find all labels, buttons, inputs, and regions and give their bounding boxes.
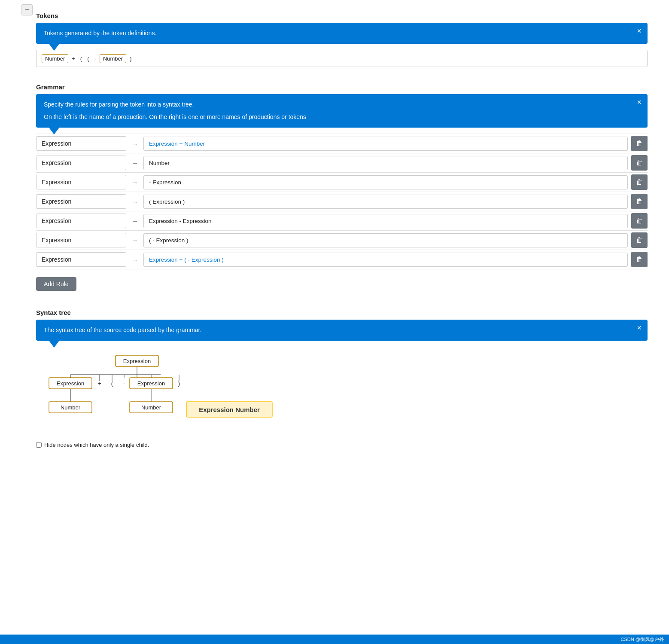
tokens-arrow-down	[49, 44, 59, 51]
rule-left-5[interactable]: Expression	[36, 233, 126, 247]
rule-arrow-1: →	[131, 159, 139, 167]
rule-right-2[interactable]: - Expression	[143, 175, 628, 189]
syntax-tree-arrow-down	[49, 341, 59, 348]
rule-right-0[interactable]: Expression + Number	[143, 137, 628, 151]
token-Number2: Number	[100, 54, 126, 63]
trash-icon-3: 🗑	[636, 198, 643, 205]
token-minus: -	[93, 55, 98, 63]
footer-text: CSDN @衡风@户外	[620, 636, 664, 643]
rule-left-1[interactable]: Expression	[36, 156, 126, 170]
rule-left-4[interactable]: Expression	[36, 214, 126, 228]
rule-right-6[interactable]: Expression + ( - Expression )	[143, 253, 628, 267]
trash-icon-6: 🗑	[636, 256, 643, 263]
tokens-info-text: Tokens generated by the token definition…	[44, 30, 156, 37]
rule-delete-btn-5[interactable]: 🗑	[631, 232, 648, 248]
token-plus: +	[70, 55, 77, 63]
syntax-tree-display: Expression Expression + ( - Expres	[36, 347, 648, 438]
rule-delete-btn-0[interactable]: 🗑	[631, 136, 648, 151]
trash-icon-4: 🗑	[636, 217, 643, 225]
svg-text:(: (	[111, 380, 113, 387]
grammar-rules-list: Expression → Expression + Number 🗑 Expre…	[36, 134, 648, 269]
rule-delete-btn-4[interactable]: 🗑	[631, 213, 648, 229]
trash-icon-2: 🗑	[636, 178, 643, 186]
rule-left-0[interactable]: Expression	[36, 136, 126, 151]
rule-left-3[interactable]: Expression	[36, 194, 126, 209]
footer-bar: CSDN @衡风@户外	[0, 635, 669, 644]
rule-arrow-4: →	[131, 217, 139, 225]
svg-text:Expression: Expression	[123, 358, 151, 364]
rule-right-3[interactable]: ( Expression )	[143, 195, 628, 209]
minus-icon: −	[25, 6, 29, 14]
table-row: Expression → ( Expression ) 🗑	[36, 192, 648, 211]
grammar-arrow-down	[49, 128, 59, 134]
svg-text:Expression Number: Expression Number	[199, 406, 260, 413]
rule-delete-btn-1[interactable]: 🗑	[631, 155, 648, 171]
svg-text:Number: Number	[61, 404, 81, 411]
grammar-info-close-btn[interactable]: ×	[637, 98, 642, 106]
grammar-info-banner: Specify the rules for parsing the token …	[36, 94, 648, 128]
svg-text:-: -	[123, 380, 125, 387]
syntax-tree-info-text: The syntax tree of the source code parse…	[44, 327, 201, 333]
syntax-tree-info-close-btn[interactable]: ×	[637, 324, 642, 332]
syntax-tree-section-title: Syntax tree	[36, 309, 648, 316]
table-row: Expression → Expression + Number 🗑	[36, 134, 648, 153]
table-row: Expression → - Expression 🗑	[36, 172, 648, 192]
table-row: Expression → Expression - Expression 🗑	[36, 211, 648, 230]
trash-icon-0: 🗑	[636, 140, 643, 147]
rule-arrow-6: →	[131, 256, 139, 263]
trash-icon-5: 🗑	[636, 236, 643, 244]
svg-text:Expression: Expression	[137, 380, 165, 387]
syntax-tree-info-banner: The syntax tree of the source code parse…	[36, 320, 648, 341]
svg-text:Number: Number	[141, 404, 161, 411]
grammar-info-line1: Specify the rules for parsing the token …	[44, 100, 630, 109]
rule-delete-btn-3[interactable]: 🗑	[631, 194, 648, 209]
svg-text:): )	[178, 380, 180, 387]
rule-right-4[interactable]: Expression - Expression	[143, 214, 628, 228]
add-rule-button[interactable]: Add Rule	[36, 277, 76, 291]
rule-arrow-3: →	[131, 198, 139, 205]
rule-left-6[interactable]: Expression	[36, 252, 126, 267]
hide-nodes-row: Hide nodes which have only a single chil…	[36, 442, 648, 448]
svg-text:+: +	[98, 380, 101, 387]
rule-right-1[interactable]: Number	[143, 156, 628, 170]
grammar-info-line2: On the left is the name of a production.…	[44, 113, 630, 122]
token-openparen1: (	[79, 55, 84, 63]
grammar-section-title: Grammar	[36, 83, 648, 91]
svg-text:Expression: Expression	[57, 380, 84, 387]
table-row: Expression → Number 🗑	[36, 153, 648, 172]
hide-nodes-checkbox[interactable]	[36, 442, 42, 448]
syntax-tree-svg: Expression Expression + ( - Expres	[36, 351, 294, 437]
tokens-info-banner: Tokens generated by the token definition…	[36, 23, 648, 44]
table-row: Expression → Expression + ( - Expression…	[36, 250, 648, 269]
rule-right-5[interactable]: ( - Expression )	[143, 233, 628, 247]
tokens-display: Number + ( ( - Number )	[36, 50, 648, 67]
collapse-tokens-btn[interactable]: −	[21, 4, 33, 15]
rule-arrow-0: →	[131, 140, 139, 147]
tokens-section-title: Tokens	[36, 12, 648, 19]
token-openparen2: (	[85, 55, 91, 63]
hide-nodes-label[interactable]: Hide nodes which have only a single chil…	[44, 442, 149, 448]
rule-delete-btn-6[interactable]: 🗑	[631, 252, 648, 267]
trash-icon-1: 🗑	[636, 159, 643, 167]
rule-delete-btn-2[interactable]: 🗑	[631, 174, 648, 190]
token-Number1: Number	[42, 54, 68, 63]
rule-arrow-5: →	[131, 237, 139, 244]
tokens-info-close-btn[interactable]: ×	[637, 27, 642, 35]
token-closeparen: )	[128, 55, 133, 63]
rule-left-2[interactable]: Expression	[36, 175, 126, 189]
table-row: Expression → ( - Expression ) 🗑	[36, 230, 648, 250]
rule-arrow-2: →	[131, 179, 139, 186]
